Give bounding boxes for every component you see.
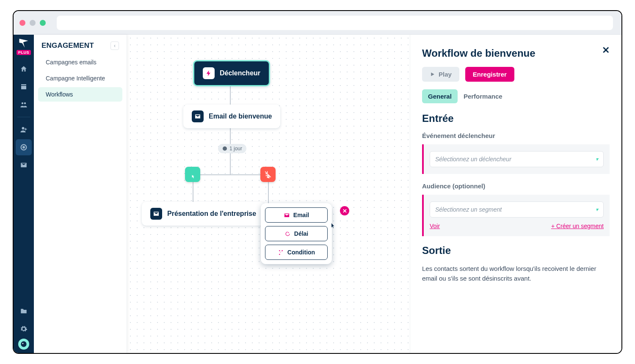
tab-performance[interactable]: Performance (458, 89, 508, 103)
chevron-down-icon: ▾ (596, 156, 598, 162)
traffic-lights (19, 20, 46, 26)
nav-rail: PLUS (14, 35, 34, 353)
action-menu: Email Délai Condition (261, 203, 332, 264)
nav-folder[interactable] (16, 303, 32, 319)
play-button-label: Play (439, 71, 452, 78)
panel-tabs: General Performance (422, 89, 610, 103)
action-add-email-label: Email (293, 212, 309, 218)
audience-select-placeholder: Sélectionnez un segment (435, 206, 502, 213)
envelope-icon (192, 110, 204, 122)
action-add-delay[interactable]: Délai (265, 226, 328, 241)
subnav-item-campaigns[interactable]: Campagnes emails (38, 55, 122, 69)
audience-field-label: Audience (optionnel) (422, 182, 610, 190)
section-entry-title: Entrée (422, 113, 610, 124)
workflow-canvas[interactable]: Déclencheur Email de bienvenue 1 jour (127, 35, 410, 353)
panel-close-button[interactable]: ✕ (602, 45, 610, 56)
node-delay[interactable]: 1 jour (218, 144, 246, 153)
envelope-icon (284, 212, 290, 218)
audience-select[interactable]: Sélectionnez un segment ▾ (430, 201, 604, 218)
traffic-minimize[interactable] (30, 20, 36, 26)
subnav-item-smart-campaign[interactable]: Campagne Intelligente (38, 71, 122, 85)
node-email-welcome[interactable]: Email de bienvenue (183, 105, 280, 128)
no-click-icon (264, 171, 272, 178)
nav-contacts[interactable] (16, 97, 32, 113)
nav-engagement[interactable] (16, 139, 32, 155)
branch-yes-button[interactable] (185, 167, 200, 182)
trigger-select-placeholder: Sélectionnez un déclencheur (435, 156, 511, 163)
clock-icon (222, 146, 227, 151)
svg-point-0 (21, 341, 26, 347)
trigger-field-label: Événement déclencheur (422, 132, 610, 139)
play-icon (430, 72, 435, 77)
browser-chrome (14, 11, 621, 35)
play-button[interactable]: Play (422, 67, 459, 82)
panel-title: Workflow de bienvenue (422, 47, 610, 59)
action-menu-close[interactable]: ✕ (340, 206, 349, 215)
action-add-condition-label: Condition (287, 249, 315, 256)
chevron-down-icon: ▾ (596, 207, 598, 212)
subnav: ENGAGEMENT ‹ Campagnes emails Campagne I… (34, 35, 127, 353)
cursor-icon (329, 222, 337, 230)
browser-window: PLUS ENGAGEMENT ‹ Campagnes emails Campa… (13, 10, 622, 354)
properties-panel: ✕ Workflow de bienvenue Play Enregistrer… (410, 35, 621, 353)
audience-create-link[interactable]: + Créer un segment (551, 223, 604, 229)
node-trigger-label: Déclencheur (220, 69, 260, 77)
click-icon (189, 171, 196, 178)
nav-add-user[interactable] (16, 121, 32, 138)
brand-logo[interactable] (18, 38, 30, 48)
action-add-email[interactable]: Email (265, 207, 328, 223)
plus-badge: PLUS (17, 50, 31, 55)
save-button-label: Enregistrer (473, 71, 507, 78)
audience-field-block: Sélectionnez un segment ▾ Voir + Créer u… (422, 195, 610, 236)
save-button[interactable]: Enregistrer (465, 67, 514, 82)
node-email-presentation[interactable]: Présentation de l'entreprise (142, 202, 265, 226)
nav-home[interactable] (16, 61, 32, 77)
action-add-delay-label: Délai (294, 230, 308, 237)
branch-icon (278, 249, 284, 256)
app-root: PLUS ENGAGEMENT ‹ Campagnes emails Campa… (14, 35, 621, 353)
node-trigger[interactable]: Déclencheur (193, 60, 270, 86)
node-email-welcome-label: Email de bienvenue (209, 113, 272, 120)
collapse-subnav-button[interactable]: ‹ (110, 41, 119, 50)
svg-point-1 (22, 343, 24, 344)
node-email-presentation-label: Présentation de l'entreprise (167, 210, 256, 218)
nav-messages[interactable] (16, 157, 32, 173)
nav-library[interactable] (16, 79, 32, 95)
section-exit-title: Sortie (422, 245, 610, 256)
delay-icon (284, 231, 291, 237)
envelope-icon (150, 208, 162, 220)
traffic-zoom[interactable] (40, 20, 46, 26)
nav-settings[interactable] (16, 321, 32, 337)
traffic-close[interactable] (19, 20, 25, 26)
exit-description: Les contacts sortent du workflow lorsqu'… (422, 264, 610, 283)
trigger-field-block: Sélectionnez un déclencheur ▾ (422, 144, 610, 174)
node-delay-label: 1 jour (229, 146, 242, 152)
address-bar[interactable] (57, 16, 613, 30)
audience-view-link[interactable]: Voir (430, 223, 440, 229)
connector (193, 174, 269, 175)
tab-general[interactable]: General (422, 89, 458, 103)
branch-no-button[interactable] (260, 167, 276, 182)
subnav-item-workflows[interactable]: Workflows (38, 87, 122, 102)
user-avatar[interactable] (18, 339, 29, 350)
subnav-title: ENGAGEMENT (41, 41, 94, 50)
action-add-condition[interactable]: Condition (265, 245, 328, 260)
trigger-select[interactable]: Sélectionnez un déclencheur ▾ (430, 151, 604, 167)
bolt-icon (203, 67, 215, 79)
